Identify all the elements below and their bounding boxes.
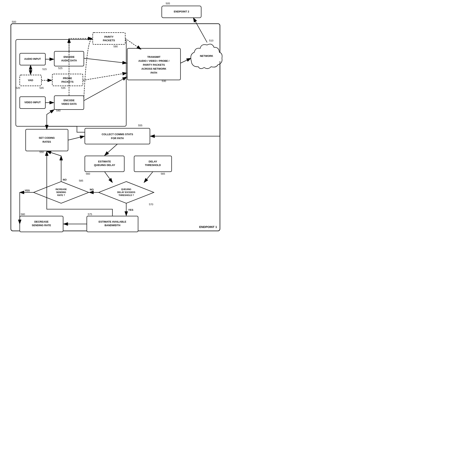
ref-530: 530 bbox=[162, 79, 166, 83]
svg-line-28 bbox=[181, 58, 191, 63]
svg-line-30 bbox=[68, 136, 84, 140]
increase-label2: SENDING bbox=[56, 191, 66, 193]
svg-rect-14 bbox=[26, 129, 68, 151]
queuing-diamond-label3: THRESHOLD ? bbox=[118, 194, 134, 196]
encode-video-label: ENCODE bbox=[64, 99, 75, 102]
svg-rect-12 bbox=[93, 33, 125, 44]
ref-500: 500 bbox=[12, 20, 16, 23]
network-label: NETWORK bbox=[200, 54, 213, 57]
decrease-rate-label1: DECREASE bbox=[34, 220, 49, 223]
ref-560: 560 bbox=[86, 172, 90, 175]
ref-545: 545 bbox=[40, 86, 44, 89]
svg-line-37 bbox=[47, 151, 61, 156]
est-bandwidth-label1: ESTIMATE AVAILABLE bbox=[99, 220, 126, 223]
queuing-diamond-label1: QUEUING bbox=[121, 188, 131, 190]
ref-505: 505 bbox=[166, 2, 170, 5]
parity-packets-label: PARITY bbox=[104, 35, 114, 38]
collect-comms-label2: FOR PATH bbox=[111, 137, 124, 140]
ref-515: 515 bbox=[42, 68, 47, 71]
transmit-label1: TRANSMIT bbox=[147, 55, 160, 59]
svg-line-27 bbox=[125, 38, 141, 49]
queuing-diamond-label2: DELAY EXCEEDS bbox=[117, 191, 135, 193]
vad-label: VAD bbox=[28, 79, 33, 82]
svg-line-32 bbox=[144, 172, 153, 183]
delay-threshold-label2: THRESHOLD bbox=[145, 164, 161, 167]
probe-packets-label2: PACKETS bbox=[61, 80, 73, 83]
transmit-label4: ACROSS NETWORK bbox=[142, 67, 167, 70]
estimate-queuing-label2: QUEUING DELAY bbox=[94, 164, 115, 167]
svg-rect-9 bbox=[52, 74, 83, 86]
yes-label-increase: YES bbox=[25, 189, 30, 192]
ref-525: 525 bbox=[58, 67, 63, 70]
endpoint2-label: ENDPOINT 2 bbox=[174, 10, 189, 13]
est-bandwidth-label2: BANDWIDTH bbox=[105, 224, 120, 227]
probe-packets-label: PROBE bbox=[63, 77, 72, 80]
video-input-label: VIDEO INPUT bbox=[24, 101, 41, 104]
decrease-rate-label2: SENDING RATE bbox=[32, 224, 51, 227]
ref-575: 575 bbox=[88, 213, 92, 216]
network-cloud: NETWORK 510 bbox=[191, 39, 222, 69]
ref-580: 580 bbox=[21, 213, 25, 216]
increase-label3: RATE ? bbox=[57, 194, 65, 196]
ref-520: 520 bbox=[16, 86, 20, 89]
svg-line-33 bbox=[105, 172, 112, 183]
endpoint1-label: ENDPOINT 1 bbox=[199, 225, 217, 229]
diagram-container: ENDPOINT 2 505 500 ENDPOINT 1 NETWORK 51… bbox=[0, 0, 230, 238]
parity-packets-label2: PACKETS bbox=[103, 39, 115, 42]
ref-555: 555 bbox=[138, 124, 142, 127]
svg-rect-15 bbox=[85, 128, 150, 144]
ref-550: 550 bbox=[40, 151, 44, 153]
yes-label-queuing: YES bbox=[128, 208, 133, 211]
collect-comms-label1: COLLECT COMMS STATS bbox=[101, 133, 133, 136]
transmit-label3: PARITY PACKETS bbox=[143, 63, 165, 66]
set-coding-rates-label1: SET CODING bbox=[39, 136, 55, 139]
no-label-queuing: NO bbox=[90, 188, 94, 191]
ref-590: 590 bbox=[113, 45, 118, 48]
estimate-queuing-label1: ESTIMATE bbox=[98, 160, 111, 163]
ref-565: 565 bbox=[161, 172, 165, 175]
delay-threshold-label1: DELAY bbox=[149, 160, 157, 163]
increase-label1: INCREASE bbox=[56, 188, 67, 190]
ref-570: 570 bbox=[149, 203, 153, 206]
svg-line-31 bbox=[105, 144, 117, 155]
ref-585: 585 bbox=[79, 179, 83, 182]
transmit-label2: AUDIO / VIDEO / PROBE / bbox=[138, 60, 169, 62]
encode-video-label2: VIDEO DATA bbox=[61, 102, 77, 105]
ref-510: 510 bbox=[209, 39, 213, 42]
transmit-label5: PATH bbox=[151, 71, 157, 74]
set-coding-rates-label2: RATES bbox=[42, 140, 51, 143]
no-label-increase: NO bbox=[63, 178, 67, 181]
audio-input-label: AUDIO INPUT bbox=[24, 57, 41, 60]
svg-line-29 bbox=[193, 18, 207, 42]
ref-540: 540 bbox=[56, 109, 60, 112]
ref-535: 535 bbox=[61, 86, 66, 89]
